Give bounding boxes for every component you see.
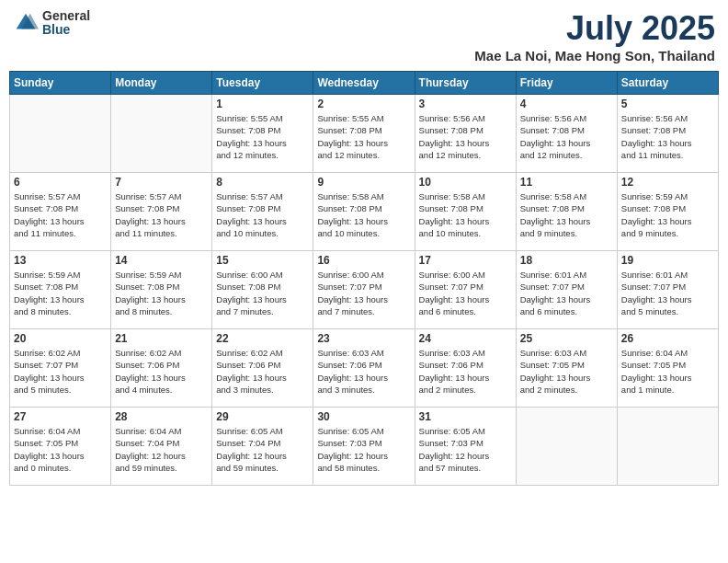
day-detail: Sunrise: 6:03 AM Sunset: 7:06 PM Dayligh… bbox=[317, 347, 410, 396]
day-number: 29 bbox=[216, 410, 309, 423]
day-detail: Sunrise: 6:04 AM Sunset: 7:04 PM Dayligh… bbox=[115, 425, 208, 474]
day-number: 28 bbox=[115, 410, 208, 423]
day-cell: 29Sunrise: 6:05 AM Sunset: 7:04 PM Dayli… bbox=[212, 408, 313, 486]
day-detail: Sunrise: 5:58 AM Sunset: 7:08 PM Dayligh… bbox=[520, 190, 613, 239]
day-cell: 31Sunrise: 6:05 AM Sunset: 7:03 PM Dayli… bbox=[415, 408, 516, 486]
logo-blue: Blue bbox=[42, 23, 90, 37]
day-cell bbox=[111, 95, 212, 173]
day-cell: 27Sunrise: 6:04 AM Sunset: 7:05 PM Dayli… bbox=[10, 408, 111, 486]
day-detail: Sunrise: 5:57 AM Sunset: 7:08 PM Dayligh… bbox=[14, 190, 107, 239]
day-detail: Sunrise: 6:04 AM Sunset: 7:05 PM Dayligh… bbox=[621, 347, 714, 396]
weekday-tuesday: Tuesday bbox=[212, 72, 313, 95]
day-number: 8 bbox=[216, 176, 309, 189]
day-cell: 13Sunrise: 5:59 AM Sunset: 7:08 PM Dayli… bbox=[10, 251, 111, 329]
day-cell: 20Sunrise: 6:02 AM Sunset: 7:07 PM Dayli… bbox=[10, 329, 111, 408]
day-number: 4 bbox=[520, 98, 613, 110]
weekday-saturday: Saturday bbox=[617, 72, 718, 95]
day-detail: Sunrise: 6:03 AM Sunset: 7:05 PM Dayligh… bbox=[520, 347, 613, 396]
day-cell: 12Sunrise: 5:59 AM Sunset: 7:08 PM Dayli… bbox=[617, 173, 718, 251]
day-cell: 30Sunrise: 6:05 AM Sunset: 7:03 PM Dayli… bbox=[313, 408, 415, 486]
day-number: 17 bbox=[419, 254, 512, 267]
day-detail: Sunrise: 5:58 AM Sunset: 7:08 PM Dayligh… bbox=[419, 190, 512, 239]
day-detail: Sunrise: 6:00 AM Sunset: 7:08 PM Dayligh… bbox=[216, 269, 309, 317]
weekday-header-row: SundayMondayTuesdayWednesdayThursdayFrid… bbox=[10, 72, 719, 95]
day-number: 21 bbox=[115, 332, 208, 345]
day-cell: 19Sunrise: 6:01 AM Sunset: 7:07 PM Dayli… bbox=[617, 251, 718, 329]
day-detail: Sunrise: 5:55 AM Sunset: 7:08 PM Dayligh… bbox=[216, 112, 309, 161]
day-cell: 10Sunrise: 5:58 AM Sunset: 7:08 PM Dayli… bbox=[415, 173, 516, 251]
day-number: 6 bbox=[14, 176, 107, 189]
day-detail: Sunrise: 5:59 AM Sunset: 7:08 PM Dayligh… bbox=[115, 269, 208, 317]
day-detail: Sunrise: 6:00 AM Sunset: 7:07 PM Dayligh… bbox=[317, 269, 410, 317]
day-detail: Sunrise: 6:01 AM Sunset: 7:07 PM Dayligh… bbox=[621, 269, 714, 317]
day-cell: 4Sunrise: 5:56 AM Sunset: 7:08 PM Daylig… bbox=[516, 95, 617, 173]
day-number: 18 bbox=[520, 254, 613, 267]
day-cell: 7Sunrise: 5:57 AM Sunset: 7:08 PM Daylig… bbox=[111, 173, 212, 251]
day-cell: 6Sunrise: 5:57 AM Sunset: 7:08 PM Daylig… bbox=[10, 173, 111, 251]
day-cell: 26Sunrise: 6:04 AM Sunset: 7:05 PM Dayli… bbox=[617, 329, 718, 408]
day-detail: Sunrise: 5:57 AM Sunset: 7:08 PM Dayligh… bbox=[216, 190, 309, 239]
day-detail: Sunrise: 6:03 AM Sunset: 7:06 PM Dayligh… bbox=[419, 347, 512, 396]
day-number: 3 bbox=[419, 98, 512, 110]
day-cell: 15Sunrise: 6:00 AM Sunset: 7:08 PM Dayli… bbox=[212, 251, 313, 329]
day-cell: 28Sunrise: 6:04 AM Sunset: 7:04 PM Dayli… bbox=[111, 408, 212, 486]
logo-text: General Blue bbox=[42, 9, 90, 38]
week-row-4: 20Sunrise: 6:02 AM Sunset: 7:07 PM Dayli… bbox=[10, 329, 719, 408]
logo-icon bbox=[13, 10, 39, 36]
day-cell: 3Sunrise: 5:56 AM Sunset: 7:08 PM Daylig… bbox=[415, 95, 516, 173]
week-row-3: 13Sunrise: 5:59 AM Sunset: 7:08 PM Dayli… bbox=[10, 251, 719, 329]
day-detail: Sunrise: 6:02 AM Sunset: 7:06 PM Dayligh… bbox=[216, 347, 309, 396]
day-cell: 24Sunrise: 6:03 AM Sunset: 7:06 PM Dayli… bbox=[415, 329, 516, 408]
weekday-sunday: Sunday bbox=[10, 72, 111, 95]
day-number: 25 bbox=[520, 332, 613, 345]
day-number: 27 bbox=[14, 410, 107, 423]
day-number: 12 bbox=[621, 176, 714, 189]
day-detail: Sunrise: 6:05 AM Sunset: 7:03 PM Dayligh… bbox=[419, 425, 512, 474]
day-cell bbox=[617, 408, 718, 486]
day-number: 16 bbox=[317, 254, 410, 267]
week-row-2: 6Sunrise: 5:57 AM Sunset: 7:08 PM Daylig… bbox=[10, 173, 719, 251]
day-detail: Sunrise: 6:05 AM Sunset: 7:04 PM Dayligh… bbox=[216, 425, 309, 474]
day-detail: Sunrise: 6:00 AM Sunset: 7:07 PM Dayligh… bbox=[419, 269, 512, 317]
day-number: 10 bbox=[419, 176, 512, 189]
day-cell bbox=[10, 95, 111, 173]
day-cell: 21Sunrise: 6:02 AM Sunset: 7:06 PM Dayli… bbox=[111, 329, 212, 408]
day-cell: 9Sunrise: 5:58 AM Sunset: 7:08 PM Daylig… bbox=[313, 173, 415, 251]
logo-general: General bbox=[42, 9, 90, 23]
day-cell: 5Sunrise: 5:56 AM Sunset: 7:08 PM Daylig… bbox=[617, 95, 718, 173]
day-number: 22 bbox=[216, 332, 309, 345]
page-header: General Blue July 2025 Mae La Noi, Mae H… bbox=[9, 9, 719, 63]
day-detail: Sunrise: 6:05 AM Sunset: 7:03 PM Dayligh… bbox=[317, 425, 410, 474]
day-detail: Sunrise: 5:56 AM Sunset: 7:08 PM Dayligh… bbox=[419, 112, 512, 161]
day-detail: Sunrise: 6:02 AM Sunset: 7:06 PM Dayligh… bbox=[115, 347, 208, 396]
day-number: 23 bbox=[317, 332, 410, 345]
day-cell: 25Sunrise: 6:03 AM Sunset: 7:05 PM Dayli… bbox=[516, 329, 617, 408]
day-number: 7 bbox=[115, 176, 208, 189]
day-cell: 2Sunrise: 5:55 AM Sunset: 7:08 PM Daylig… bbox=[313, 95, 415, 173]
day-number: 14 bbox=[115, 254, 208, 267]
day-cell: 1Sunrise: 5:55 AM Sunset: 7:08 PM Daylig… bbox=[212, 95, 313, 173]
day-detail: Sunrise: 6:04 AM Sunset: 7:05 PM Dayligh… bbox=[14, 425, 107, 474]
day-detail: Sunrise: 5:57 AM Sunset: 7:08 PM Dayligh… bbox=[115, 190, 208, 239]
week-row-1: 1Sunrise: 5:55 AM Sunset: 7:08 PM Daylig… bbox=[10, 95, 719, 173]
day-number: 13 bbox=[14, 254, 107, 267]
day-number: 26 bbox=[621, 332, 714, 345]
day-detail: Sunrise: 5:56 AM Sunset: 7:08 PM Dayligh… bbox=[621, 112, 714, 161]
day-number: 20 bbox=[14, 332, 107, 345]
weekday-thursday: Thursday bbox=[415, 72, 516, 95]
day-detail: Sunrise: 6:02 AM Sunset: 7:07 PM Dayligh… bbox=[14, 347, 107, 396]
day-detail: Sunrise: 5:59 AM Sunset: 7:08 PM Dayligh… bbox=[14, 269, 107, 317]
day-cell: 11Sunrise: 5:58 AM Sunset: 7:08 PM Dayli… bbox=[516, 173, 617, 251]
day-cell: 14Sunrise: 5:59 AM Sunset: 7:08 PM Dayli… bbox=[111, 251, 212, 329]
day-cell: 18Sunrise: 6:01 AM Sunset: 7:07 PM Dayli… bbox=[516, 251, 617, 329]
weekday-monday: Monday bbox=[111, 72, 212, 95]
day-cell: 23Sunrise: 6:03 AM Sunset: 7:06 PM Dayli… bbox=[313, 329, 415, 408]
week-row-5: 27Sunrise: 6:04 AM Sunset: 7:05 PM Dayli… bbox=[10, 408, 719, 486]
day-number: 1 bbox=[216, 98, 309, 110]
day-cell: 8Sunrise: 5:57 AM Sunset: 7:08 PM Daylig… bbox=[212, 173, 313, 251]
day-cell bbox=[516, 408, 617, 486]
day-number: 5 bbox=[621, 98, 714, 110]
weekday-wednesday: Wednesday bbox=[313, 72, 415, 95]
day-number: 2 bbox=[317, 98, 410, 110]
location: Mae La Noi, Mae Hong Son, Thailand bbox=[474, 48, 715, 63]
